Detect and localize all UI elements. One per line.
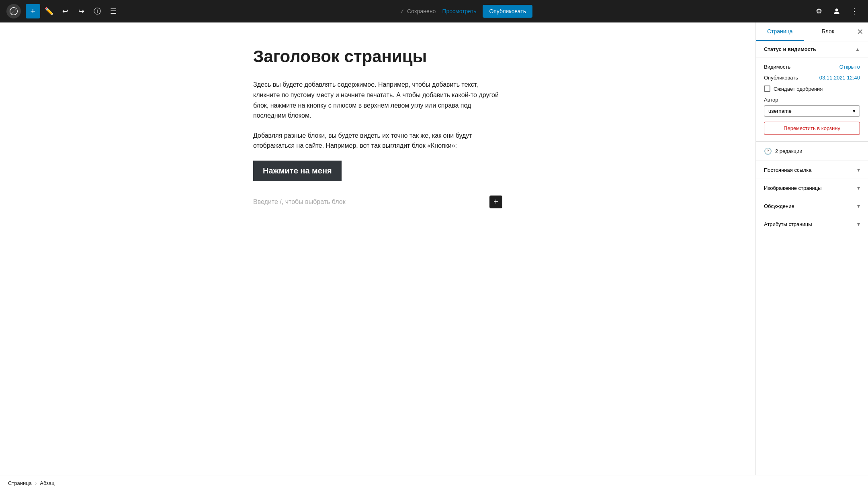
status-section-header[interactable]: Статус и видимость ▲	[756, 41, 868, 57]
visibility-label: Видимость	[764, 64, 790, 70]
page-image-chevron-icon: ▾	[857, 185, 860, 191]
discussion-section[interactable]: Обсуждение ▾	[756, 197, 868, 215]
sidebar-tabs: Страница Блок ✕	[756, 22, 868, 41]
discussion-chevron-icon: ▾	[857, 203, 860, 209]
toolbar: + ✏️ ↩ ↪ ⓘ ☰ ✓ Сохранено Просмотреть Опу…	[0, 0, 868, 22]
placeholder-text: Введите /, чтобы выбрать блок	[253, 198, 489, 206]
page-title[interactable]: Заголовок страницы	[253, 47, 502, 67]
visibility-value[interactable]: Открыто	[839, 64, 860, 70]
svg-point-0	[835, 8, 838, 11]
editor-content: Заголовок страницы Здесь вы будете добав…	[237, 47, 518, 212]
statusbar-page[interactable]: Страница	[8, 480, 32, 486]
revisions-text: 2 редакции	[775, 148, 802, 154]
discussion-label: Обсуждение	[764, 203, 794, 209]
trash-button[interactable]: Переместить в корзину	[764, 122, 860, 135]
block-placeholder[interactable]: Введите /, чтобы выбрать блок +	[253, 192, 502, 212]
attributes-label: Атрибуты страницы	[764, 221, 812, 227]
main-layout: Заголовок страницы Здесь вы будете добав…	[0, 22, 868, 475]
attributes-section[interactable]: Атрибуты страницы ▾	[756, 215, 868, 233]
button-block-container: Нажмите на меня	[253, 161, 502, 181]
undo-button[interactable]: ↩	[58, 4, 72, 18]
permalink-section[interactable]: Постоянная ссылка ▾	[756, 161, 868, 179]
check-icon: ✓	[400, 8, 405, 14]
add-block-inline-button[interactable]: +	[489, 196, 502, 208]
list-view-button[interactable]: ☰	[106, 4, 121, 18]
permalink-label: Постоянная ссылка	[764, 167, 812, 173]
author-select[interactable]: username ▾	[764, 105, 860, 117]
revisions-row[interactable]: 🕐 2 редакции	[756, 142, 868, 161]
editor-area: Заголовок страницы Здесь вы будете добав…	[0, 22, 755, 475]
statusbar: Страница › Абзац	[0, 475, 868, 491]
add-block-button[interactable]: +	[26, 4, 40, 18]
author-row: Автор username ▾	[764, 97, 860, 117]
paragraph-block-2[interactable]: Добавляя разные блоки, вы будете видеть …	[253, 130, 502, 151]
pending-checkbox[interactable]	[764, 86, 770, 92]
statusbar-paragraph[interactable]: Абзац	[40, 480, 54, 486]
view-link[interactable]: Просмотреть	[442, 8, 476, 14]
edit-tool-button[interactable]: ✏️	[42, 4, 56, 18]
publish-date-value[interactable]: 03.11.2021 12:40	[819, 75, 860, 81]
visibility-row: Видимость Открыто	[764, 64, 860, 70]
pending-label: Ожидает одобрения	[774, 86, 823, 92]
toolbar-left: + ✏️ ↩ ↪ ⓘ ☰	[6, 4, 121, 18]
more-options-button[interactable]: ⋮	[847, 4, 862, 18]
info-button[interactable]: ⓘ	[90, 4, 104, 18]
redo-button[interactable]: ↪	[74, 4, 88, 18]
attributes-chevron-icon: ▾	[857, 221, 860, 227]
tab-block[interactable]: Блок	[804, 22, 852, 41]
status-section-label: Статус и видимость	[764, 46, 816, 52]
saved-status: ✓ Сохранено	[400, 8, 436, 14]
publish-date-row: Опубликовать 03.11.2021 12:40	[764, 75, 860, 81]
saved-label: Сохранено	[407, 8, 436, 14]
pending-row: Ожидает одобрения	[764, 86, 860, 92]
permalink-chevron-icon: ▾	[857, 167, 860, 173]
publish-button[interactable]: Опубликовать	[483, 5, 532, 18]
tab-page[interactable]: Страница	[756, 22, 804, 41]
toolbar-center: ✓ Сохранено Просмотреть Опубликовать	[400, 5, 532, 18]
content-button[interactable]: Нажмите на меня	[253, 161, 342, 181]
paragraph-block-1[interactable]: Здесь вы будете добавлять содержимое. На…	[253, 79, 502, 120]
user-button[interactable]	[829, 4, 844, 18]
status-chevron-up-icon: ▲	[855, 47, 860, 52]
author-label: Автор	[764, 97, 860, 103]
status-section-inner: Видимость Открыто Опубликовать 03.11.202…	[756, 57, 868, 142]
statusbar-separator: ›	[35, 480, 37, 486]
page-image-section[interactable]: Изображение страницы ▾	[756, 179, 868, 197]
settings-button[interactable]: ⚙	[812, 4, 826, 18]
sidebar-close-button[interactable]: ✕	[852, 22, 868, 41]
toolbar-right: ⚙ ⋮	[812, 4, 862, 18]
publish-label: Опубликовать	[764, 75, 798, 81]
sidebar: Страница Блок ✕ Статус и видимость ▲ Вид…	[755, 22, 868, 475]
page-image-label: Изображение страницы	[764, 185, 822, 191]
author-chevron-icon: ▾	[853, 108, 856, 114]
author-value: username	[768, 108, 792, 114]
revisions-icon: 🕐	[764, 147, 772, 155]
wordpress-logo[interactable]	[6, 4, 21, 18]
